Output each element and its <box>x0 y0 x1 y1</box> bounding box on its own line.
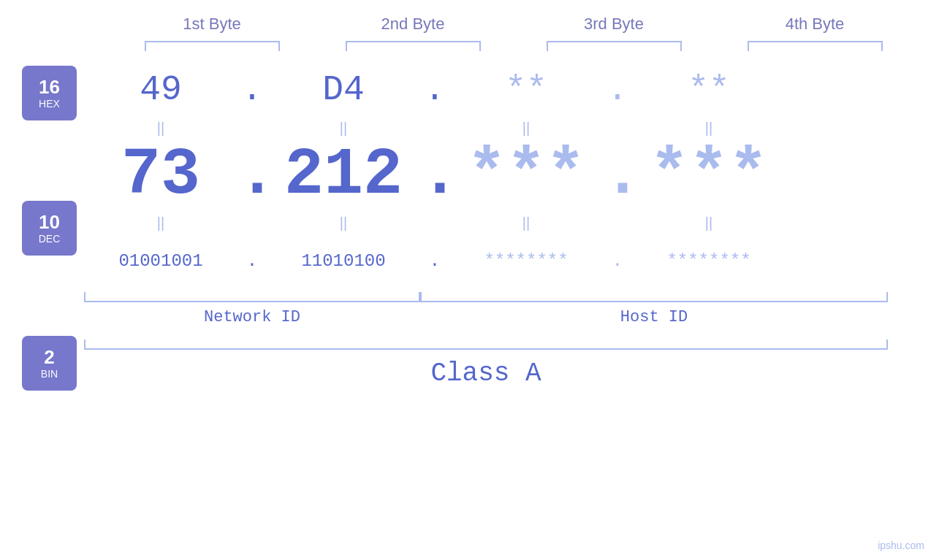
bin-byte-4: ******** <box>632 251 786 271</box>
eq1-4: || <box>632 120 786 137</box>
bin-dot-1: . <box>237 251 267 271</box>
dec-dot-3: . <box>603 138 632 212</box>
eq-row-2: || || || || <box>84 212 888 234</box>
eq2-3: || <box>449 215 603 231</box>
host-bracket <box>420 292 888 302</box>
eq2-1: || <box>84 215 237 231</box>
main-container: 1st Byte 2nd Byte 3rd Byte 4th Byte 16 H… <box>0 0 939 560</box>
hex-byte-2: D4 <box>267 70 420 110</box>
top-brackets <box>112 41 916 51</box>
dec-dot-1: . <box>237 138 267 212</box>
bracket-top-1 <box>145 41 280 51</box>
values-area: 49 . D4 . ** . ** || || || || 73 <box>84 62 939 391</box>
hex-byte-3: ** <box>449 70 603 110</box>
dec-byte-3: *** <box>449 142 603 208</box>
badges-column: 16 HEX 10 DEC 2 BIN <box>22 66 77 391</box>
dec-badge-number: 10 <box>39 212 60 233</box>
byte-header-1: 1st Byte <box>132 15 292 34</box>
byte-header-2: 2nd Byte <box>332 15 493 34</box>
network-id-label: Network ID <box>84 308 420 326</box>
hex-row: 49 . D4 . ** . ** <box>84 62 888 117</box>
hex-dot-3: . <box>603 70 632 110</box>
hex-byte-4: ** <box>632 70 786 110</box>
hex-dot-1: . <box>237 70 267 110</box>
dec-byte-1: 73 <box>84 142 237 208</box>
bin-row: 01001001 . 11010100 . ******** . *******… <box>84 234 888 288</box>
bin-byte-1: 01001001 <box>84 251 237 271</box>
bottom-brackets <box>84 292 888 302</box>
class-bracket <box>84 340 888 350</box>
bin-badge-number: 2 <box>44 347 54 368</box>
byte-header-3: 3rd Byte <box>533 15 694 34</box>
dec-byte-4: *** <box>632 142 786 208</box>
eq2-2: || <box>267 215 420 231</box>
dec-badge-label: DEC <box>39 233 61 245</box>
id-labels: Network ID Host ID <box>84 308 888 326</box>
class-label: Class A <box>84 358 888 388</box>
eq1-3: || <box>449 120 603 137</box>
dec-byte-2: 212 <box>267 142 420 208</box>
byte-headers: 1st Byte 2nd Byte 3rd Byte 4th Byte <box>112 15 916 34</box>
eq1-2: || <box>267 120 420 137</box>
watermark: ipshu.com <box>878 540 924 551</box>
bin-dot-2: . <box>420 251 449 271</box>
hex-badge-number: 16 <box>39 77 60 98</box>
bin-byte-3: ******** <box>449 251 603 271</box>
bin-dot-3: . <box>603 251 632 271</box>
hex-byte-1: 49 <box>84 70 237 110</box>
bracket-top-4 <box>748 41 883 51</box>
eq-row-1: || || || || <box>84 117 888 139</box>
dec-row: 73 . 212 . *** . *** <box>84 139 888 212</box>
host-id-label: Host ID <box>420 308 888 326</box>
dec-badge: 10 DEC <box>22 201 77 256</box>
bin-byte-2: 11010100 <box>267 251 420 271</box>
bracket-top-2 <box>346 41 481 51</box>
byte-header-4: 4th Byte <box>734 15 895 34</box>
dec-dot-2: . <box>420 138 449 212</box>
eq1-1: || <box>84 120 237 137</box>
hex-dot-2: . <box>420 70 449 110</box>
network-bracket <box>84 292 420 302</box>
eq2-4: || <box>632 215 786 231</box>
bin-badge: 2 BIN <box>22 336 77 391</box>
bracket-top-3 <box>547 41 682 51</box>
hex-badge: 16 HEX <box>22 66 77 120</box>
bin-badge-label: BIN <box>41 368 58 380</box>
hex-badge-label: HEX <box>39 98 60 110</box>
